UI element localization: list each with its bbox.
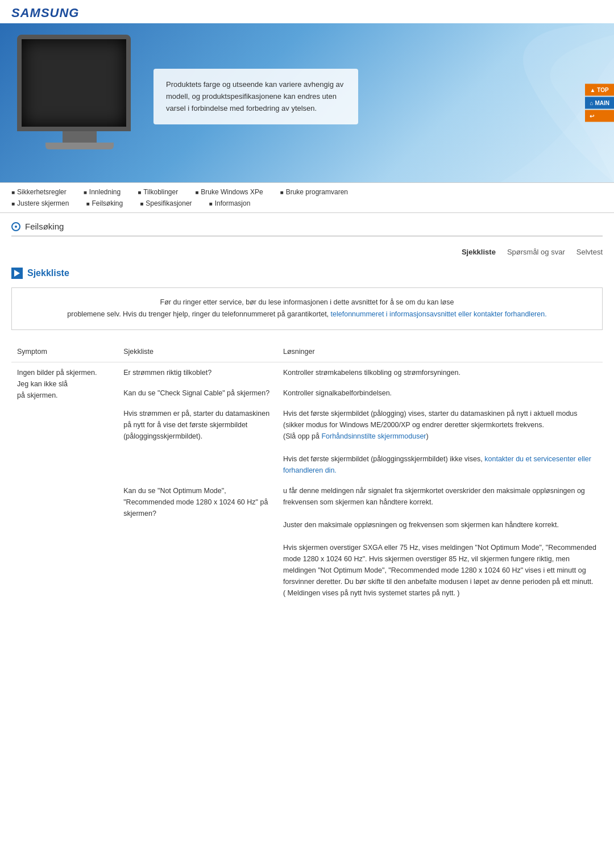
- monitor-body: [17, 35, 131, 131]
- tab-sjekkliste[interactable]: Sjekkliste: [462, 248, 496, 256]
- banner-swirl: [387, 23, 614, 182]
- nav-sikkerhetsregler[interactable]: ■ Sikkerhetsregler: [11, 188, 67, 196]
- solution-cell-1: Kontroller strømkabelens tilkobling og s…: [277, 362, 603, 383]
- banner-text: Produktets farge og utseende kan variere…: [166, 79, 346, 114]
- content-area: Sjekkliste Før du ringer etter service, …: [0, 268, 614, 603]
- back-icon: ↩: [590, 113, 594, 119]
- navigation: ■ Sikkerhetsregler ■ Innledning ■ Tilkob…: [0, 182, 614, 213]
- nav-bullet: ■: [209, 201, 213, 207]
- link-forhandsinnstilte[interactable]: Forhåndsinnstilte skjermmoduser: [321, 432, 426, 440]
- symptom-table: Symptom Sjekkliste Løsninger Ingen bilde…: [11, 341, 603, 603]
- banner: Produktets farge og utseende kan variere…: [0, 23, 614, 182]
- nav-bullet: ■: [195, 189, 198, 195]
- monitor-stand: [63, 131, 97, 143]
- tab-selvtest[interactable]: Selvtest: [576, 248, 603, 256]
- monitor-base: [45, 143, 114, 149]
- table-header-row: Symptom Sjekkliste Løsninger: [11, 341, 603, 362]
- info-link[interactable]: telefonnummeret i informasjonsavsnittet …: [331, 310, 547, 318]
- top-button[interactable]: ▲ TOP: [585, 84, 614, 96]
- main-button[interactable]: ⌂ MAIN: [585, 97, 614, 109]
- sjekkliste-icon: [11, 268, 23, 279]
- info-text-2: problemene selv. Hvis du trenger hjelp, …: [67, 310, 329, 318]
- tab-sporsmal[interactable]: Spørsmål og svar: [507, 248, 565, 256]
- nav-bullet: ■: [11, 189, 15, 195]
- nav-bullet: ■: [280, 189, 284, 195]
- nav-innledning[interactable]: ■ Innledning: [84, 188, 121, 196]
- section-icon-dot: [15, 226, 17, 228]
- check-cell-1: Er strømmen riktig tilkoblet?: [118, 362, 277, 383]
- link-servicesenter[interactable]: kontakter du et servicesenter eller forh…: [283, 455, 591, 474]
- nav-bullet: ■: [86, 201, 89, 207]
- section-header: Feilsøking: [11, 222, 603, 236]
- svg-marker-0: [14, 270, 20, 277]
- monitor-illustration: [17, 35, 142, 171]
- nav-bullet: ■: [84, 189, 87, 195]
- nav-bullet: ■: [11, 201, 15, 207]
- col-header-symptom: Symptom: [11, 341, 118, 362]
- solution-cell-2: Kontroller signalkabelforbindelsen.: [277, 383, 603, 403]
- nav-feilsoking[interactable]: ■ Feilsøking: [86, 199, 123, 207]
- check-cell-3: Hvis strømmen er på, starter du datamask…: [118, 403, 277, 481]
- nav-windows-xpe[interactable]: ■ Bruke Windows XPe: [195, 188, 263, 196]
- top-arrow: ▲: [590, 87, 595, 93]
- solution-cell-3: Hvis det første skjermbildet (pålogging)…: [277, 403, 603, 481]
- tab-navigation: Sjekkliste Spørsmål og svar Selvtest: [0, 248, 614, 256]
- page-section: Feilsøking: [0, 213, 614, 236]
- symptom-cell: Ingen bilder på skjermen.Jeg kan ikke sl…: [11, 362, 118, 603]
- header: SAMSUNG: [0, 0, 614, 23]
- info-text-1: Før du ringer etter service, bør du lese…: [160, 298, 454, 306]
- check-cell-4: Kan du se "Not Optimum Mode", "Recommend…: [118, 481, 277, 603]
- nav-bullet: ■: [140, 201, 143, 207]
- sjekkliste-header: Sjekkliste: [11, 268, 603, 279]
- col-header-losninger: Løsninger: [277, 341, 603, 362]
- nav-bullet: ■: [138, 189, 141, 195]
- col-header-sjekkliste: Sjekkliste: [118, 341, 277, 362]
- banner-text-box: Produktets farge og utseende kan variere…: [154, 69, 358, 124]
- nav-tilkoblinger[interactable]: ■ Tilkoblinger: [138, 188, 178, 196]
- nav-row-1: ■ Sikkerhetsregler ■ Innledning ■ Tilkob…: [11, 186, 603, 198]
- side-buttons: ▲ TOP ⌂ MAIN ↩: [585, 84, 614, 122]
- main-icon: ⌂: [590, 100, 593, 106]
- nav-justere[interactable]: ■ Justere skjermen: [11, 199, 69, 207]
- sjekkliste-title: Sjekkliste: [27, 268, 69, 278]
- nav-spesifikasjoner[interactable]: ■ Spesifikasjoner: [140, 199, 192, 207]
- info-box: Før du ringer etter service, bør du lese…: [11, 287, 603, 330]
- section-title: Feilsøking: [25, 222, 64, 231]
- play-icon: [13, 269, 21, 277]
- samsung-logo: SAMSUNG: [11, 6, 79, 20]
- check-cell-2: Kan du se "Check Signal Cable" på skjerm…: [118, 383, 277, 403]
- nav-informasjon[interactable]: ■ Informasjon: [209, 199, 251, 207]
- section-icon: [11, 222, 20, 231]
- nav-programvaren[interactable]: ■ Bruke programvaren: [280, 188, 348, 196]
- back-button[interactable]: ↩: [585, 110, 614, 122]
- nav-row-2: ■ Justere skjermen ■ Feilsøking ■ Spesif…: [11, 198, 603, 209]
- solution-cell-4: u får denne meldingen når signalet fra s…: [277, 481, 603, 603]
- table-row: Ingen bilder på skjermen.Jeg kan ikke sl…: [11, 362, 603, 383]
